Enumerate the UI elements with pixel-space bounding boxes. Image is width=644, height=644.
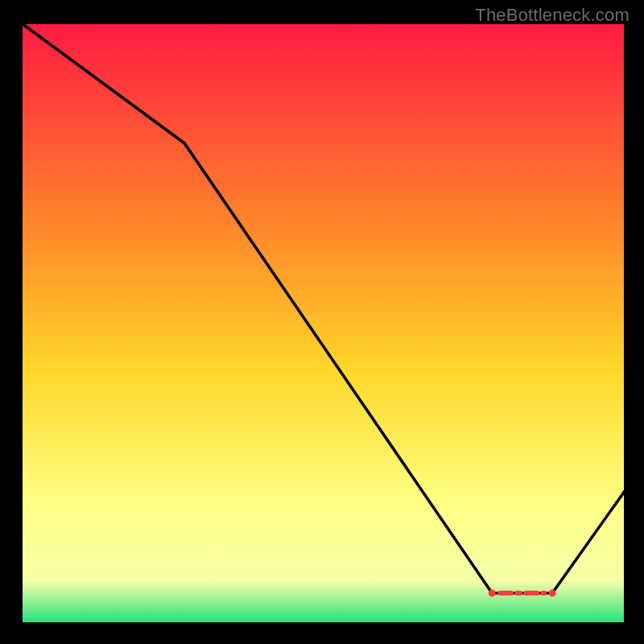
svg-point-1 (489, 589, 496, 597)
plot-background (22, 23, 625, 623)
chart-stage: TheBottleneck.com (0, 0, 644, 644)
chart-svg (0, 0, 644, 644)
svg-point-3 (549, 589, 556, 597)
